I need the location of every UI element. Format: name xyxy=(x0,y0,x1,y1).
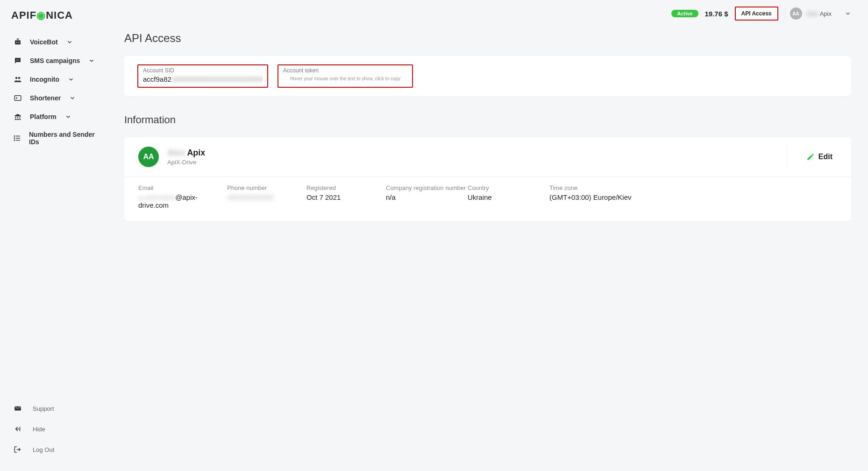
content: API Access Account SID accf9a82000000000… xyxy=(107,23,868,230)
sidebar-item-logout[interactable]: Log Out xyxy=(0,439,107,460)
email-label: Email xyxy=(138,184,227,191)
logo[interactable]: APIF◉NICA xyxy=(0,6,107,30)
robot-icon xyxy=(13,37,22,47)
registered-label: Registered xyxy=(306,184,386,191)
sidebar-nav: VoiceBot SMS campaigns Incognito xyxy=(0,30,107,150)
chevron-down-icon xyxy=(68,76,74,83)
edit-button[interactable]: Edit xyxy=(806,153,832,161)
list-icon xyxy=(13,134,21,143)
profile-last: Apix xyxy=(187,148,205,157)
sidebar-item-hide[interactable]: Hide xyxy=(0,419,107,439)
svg-rect-0 xyxy=(15,40,21,44)
pencil-icon xyxy=(806,153,815,161)
registered-value: Oct 7 2021 xyxy=(306,193,386,201)
sidebar-item-shortener[interactable]: Shortener xyxy=(0,89,107,107)
chevron-down-icon xyxy=(88,57,95,64)
logo-text-pre: APIF xyxy=(11,9,36,21)
sidebar-item-label: Numbers and Sender IDs xyxy=(29,131,98,146)
bank-icon xyxy=(13,112,22,121)
info-grid: Email a.username@apix-drive.com Phone nu… xyxy=(124,177,851,221)
phone-value: 380000000000 xyxy=(227,193,306,201)
logo-target-icon: ◉ xyxy=(36,9,46,21)
sidebar-item-voicebot[interactable]: VoiceBot xyxy=(0,33,107,51)
sidebar-item-numbers[interactable]: Numbers and Sender IDs xyxy=(0,126,107,150)
sidebar-item-label: Support xyxy=(33,405,54,412)
message-icon xyxy=(13,56,22,65)
account-sid-label: Account SID xyxy=(143,67,263,74)
user-first-blur: Alex xyxy=(807,10,818,17)
country-label: Country xyxy=(468,184,549,191)
info-phone: Phone number 380000000000 xyxy=(227,184,306,209)
sidebar-item-platform[interactable]: Platform xyxy=(0,107,107,126)
sidebar-item-label: Incognito xyxy=(30,76,59,83)
info-regnum: Company registration number n/a xyxy=(386,184,468,209)
account-sid-value: accf9a820000000000000000000000000 xyxy=(143,75,263,83)
balance: 19.76 $ xyxy=(705,10,728,18)
sidebar-item-label: Log Out xyxy=(33,446,54,453)
svg-point-7 xyxy=(15,77,18,79)
sidebar-item-label: Shortener xyxy=(30,94,61,102)
profile-name: Alex Apix xyxy=(167,148,205,158)
regnum-value: n/a xyxy=(386,193,468,201)
account-token-label: Account token xyxy=(283,67,407,74)
account-token-hover-hint: Hover your mouse over the text to show, … xyxy=(283,75,407,81)
svg-rect-10 xyxy=(15,117,16,119)
phone-label: Phone number xyxy=(227,184,306,191)
svg-point-17 xyxy=(14,136,15,137)
regnum-label: Company registration number xyxy=(386,184,468,191)
info-timezone: Time zone (GMT+03:00) Europe/Kiev xyxy=(549,184,652,209)
chevron-down-icon xyxy=(66,39,73,45)
email-value: a.username@apix-drive.com xyxy=(138,193,227,209)
svg-rect-1 xyxy=(17,39,19,40)
user-last: Apix xyxy=(820,10,832,17)
profile-avatar: AA xyxy=(138,147,159,167)
mail-icon xyxy=(13,404,22,413)
sidebar-item-support[interactable]: Support xyxy=(0,398,107,419)
svg-point-2 xyxy=(16,42,17,43)
svg-rect-11 xyxy=(17,117,18,119)
email-prefix-blur: a.username xyxy=(138,193,175,201)
main: Active 19.76 $ API Access AA Alex Apix A… xyxy=(107,0,868,471)
svg-rect-9 xyxy=(14,96,21,101)
svg-point-5 xyxy=(17,60,18,61)
sid-blur: 0000000000000000000000000 xyxy=(171,75,263,83)
topbar: Active 19.76 $ API Access AA Alex Apix xyxy=(107,0,868,23)
sidebar-item-sms-campaigns[interactable]: SMS campaigns xyxy=(0,51,107,70)
svg-point-4 xyxy=(16,60,17,61)
information-title: Information xyxy=(124,114,851,126)
sid-prefix: accf9a82 xyxy=(143,75,171,83)
status-badge: Active xyxy=(671,10,698,17)
page-title: API Access xyxy=(124,32,851,45)
sidebar-item-incognito[interactable]: Incognito xyxy=(0,70,107,89)
svg-point-6 xyxy=(19,60,20,61)
svg-point-18 xyxy=(14,138,15,139)
sidebar-bottom: Support Hide Log Out xyxy=(0,398,107,464)
profile-company: ApiX-Drive xyxy=(167,159,205,166)
info-email: Email a.username@apix-drive.com xyxy=(138,184,227,209)
chevron-down-icon xyxy=(69,95,76,101)
collapse-icon xyxy=(13,424,22,434)
edit-label: Edit xyxy=(818,153,832,161)
chevron-down-icon xyxy=(65,113,71,120)
user-name: Alex Apix xyxy=(807,10,832,17)
logo-text-post: NICA xyxy=(46,9,73,21)
account-token-box[interactable]: Account token Hover your mouse over the … xyxy=(277,64,413,88)
info-header: AA Alex Apix ApiX-Drive Edi xyxy=(124,137,851,177)
terminal-icon xyxy=(13,93,22,103)
phone-blur: 380000000000 xyxy=(227,193,274,201)
svg-rect-13 xyxy=(14,119,21,120)
profile-first-blur: Alex xyxy=(167,148,185,157)
people-icon xyxy=(13,75,22,84)
logout-icon xyxy=(13,445,22,454)
info-country: Country Ukraine xyxy=(468,184,549,209)
api-access-button[interactable]: API Access xyxy=(735,7,778,21)
sidebar: APIF◉NICA VoiceBot SMS campaigns xyxy=(0,0,107,471)
information-card: AA Alex Apix ApiX-Drive Edi xyxy=(124,137,851,221)
svg-rect-12 xyxy=(20,117,21,119)
chevron-down-icon xyxy=(845,10,851,17)
user-menu[interactable]: AA Alex Apix xyxy=(785,7,852,20)
country-value: Ukraine xyxy=(468,193,549,201)
svg-point-19 xyxy=(14,140,15,141)
sidebar-item-label: Platform xyxy=(30,113,57,120)
account-sid-box[interactable]: Account SID accf9a8200000000000000000000… xyxy=(137,64,268,88)
